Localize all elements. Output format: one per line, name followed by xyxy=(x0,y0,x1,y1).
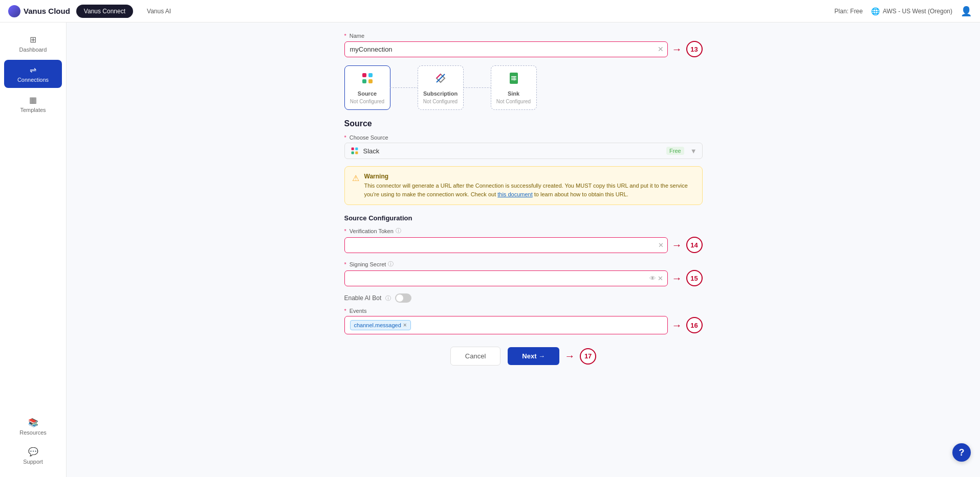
enable-ai-bot-toggle[interactable] xyxy=(395,293,411,303)
source-section-title: Source xyxy=(344,119,703,128)
sidebar-item-templates[interactable]: ▦ Templates xyxy=(4,90,62,118)
content-area: * Name ✕ → 13 xyxy=(67,22,980,477)
connections-icon: ⇌ xyxy=(30,65,36,75)
sidebar-item-support[interactable]: 💬 Support xyxy=(4,442,62,470)
verification-token-annotated-row: ✕ → 14 xyxy=(344,237,703,253)
warning-text: This connector will generate a URL after… xyxy=(364,181,695,198)
svg-rect-0 xyxy=(362,73,366,77)
dashboard-icon: ⊞ xyxy=(30,35,36,44)
events-annotated-row: channel.messaged × → 16 xyxy=(344,316,703,334)
nav-tab-connect[interactable]: Vanus Connect xyxy=(76,5,133,18)
events-field-group: * Events channel.messaged × → xyxy=(344,308,703,334)
sidebar-item-label-connections: Connections xyxy=(17,77,49,83)
next-button[interactable]: Next → xyxy=(508,347,559,365)
name-clear-icon[interactable]: ✕ xyxy=(658,45,664,53)
choose-source-group: * Choose Source Slack Free ▼ xyxy=(344,134,703,159)
nav-tab-ai[interactable]: Vanus AI xyxy=(139,5,179,18)
signing-secret-annotation-circle: 15 xyxy=(686,270,703,286)
pipeline-connector-1 xyxy=(390,87,418,88)
signing-secret-label: * Signing Secret ⓘ xyxy=(344,260,703,268)
signing-secret-arrow-icon: → xyxy=(672,272,682,284)
signing-secret-icons[interactable]: 👁 ✕ xyxy=(649,275,664,282)
events-arrow-icon: → xyxy=(672,320,682,331)
sink-card-label: Sink xyxy=(508,90,519,97)
name-annotation-circle: 13 xyxy=(686,41,703,57)
sidebar-item-label-templates: Templates xyxy=(20,107,46,113)
next-arrow-icon: → xyxy=(564,350,575,362)
warning-link[interactable]: this document xyxy=(497,191,532,197)
event-tag-close-0[interactable]: × xyxy=(403,322,407,329)
form-section: * Name ✕ → 13 xyxy=(344,33,703,376)
region-info: 🌐 AWS - US West (Oregon) xyxy=(871,7,952,15)
events-annotation: → 16 xyxy=(672,317,703,333)
source-card-label: Source xyxy=(358,90,377,97)
events-annotation-circle: 16 xyxy=(686,317,703,333)
pipeline-card-subscription[interactable]: Subscription Not Configured xyxy=(418,65,464,110)
svg-line-5 xyxy=(437,74,445,82)
main-area: ⊞ Dashboard ⇌ Connections ▦ Templates 📚 … xyxy=(0,22,980,477)
events-input[interactable] xyxy=(414,321,662,330)
name-input[interactable] xyxy=(344,41,668,57)
pipeline-card-source[interactable]: Source Not Configured xyxy=(344,65,390,110)
signing-secret-group: * Signing Secret ⓘ 👁 ✕ → 15 xyxy=(344,260,703,286)
svg-rect-3 xyxy=(368,79,373,83)
sidebar-item-connections[interactable]: ⇌ Connections xyxy=(4,60,62,88)
enable-ai-bot-label: Enable AI Bot xyxy=(344,294,382,302)
svg-rect-2 xyxy=(362,79,366,83)
signing-secret-info-icon[interactable]: ⓘ xyxy=(388,260,394,268)
slack-source-icon xyxy=(350,146,359,155)
svg-rect-11 xyxy=(351,148,354,150)
pipeline-row: Source Not Configured xyxy=(344,65,703,110)
event-tag-0: channel.messaged × xyxy=(350,320,411,330)
source-select-arrow-icon: ▼ xyxy=(690,147,697,155)
next-button-wrapper: Next → → 17 xyxy=(508,347,596,366)
cancel-button[interactable]: Cancel xyxy=(450,347,500,366)
verification-token-label: * Verification Token ⓘ xyxy=(344,227,703,235)
events-label: * Events xyxy=(344,308,703,314)
logo-text: Vanus Cloud xyxy=(24,7,70,15)
source-config-title: Source Configuration xyxy=(344,214,703,222)
source-select[interactable]: Slack Free ▼ xyxy=(344,143,703,159)
svg-rect-12 xyxy=(355,148,358,150)
source-card-status: Not Configured xyxy=(350,99,384,104)
name-input-row: ✕ xyxy=(344,41,668,57)
support-icon: 💬 xyxy=(28,447,38,457)
toggle-knob xyxy=(396,294,403,302)
source-badge: Free xyxy=(666,147,684,155)
warning-icon: ⚠ xyxy=(352,173,359,198)
source-select-value: Slack xyxy=(363,147,380,155)
sidebar-item-label-support: Support xyxy=(23,459,43,465)
pipeline-card-sink[interactable]: Sink Not Configured xyxy=(491,65,537,110)
enable-ai-bot-info-icon[interactable]: ⓘ xyxy=(385,294,391,302)
signing-secret-input[interactable] xyxy=(344,270,668,286)
events-field[interactable]: channel.messaged × xyxy=(344,316,668,334)
signing-secret-annotation: → 15 xyxy=(672,270,703,286)
warning-title: Warning xyxy=(364,173,695,180)
app-layout: Vanus Cloud Vanus Connect Vanus AI Plan:… xyxy=(0,0,980,477)
sidebar-item-dashboard[interactable]: ⊞ Dashboard xyxy=(4,30,62,58)
source-card-icon xyxy=(360,71,375,88)
sidebar-item-resources[interactable]: 📚 Resources xyxy=(4,413,62,441)
verification-token-clear-icon[interactable]: ✕ xyxy=(658,241,664,249)
signing-secret-annotated-row: 👁 ✕ → 15 xyxy=(344,270,703,286)
button-row: Cancel Next → → 17 xyxy=(344,347,703,376)
event-tag-value: channel.messaged xyxy=(354,322,401,328)
user-icon[interactable]: 👤 xyxy=(961,6,972,17)
verification-token-group: * Verification Token ⓘ ✕ → 14 xyxy=(344,227,703,253)
name-field-group: * Name ✕ → 13 xyxy=(344,33,703,57)
sink-card-icon xyxy=(507,71,521,88)
verification-token-info-icon[interactable]: ⓘ xyxy=(396,227,401,235)
warning-content: Warning This connector will generate a U… xyxy=(364,173,695,198)
resources-icon: 📚 xyxy=(28,418,38,427)
warning-box: ⚠ Warning This connector will generate a… xyxy=(344,166,703,205)
verification-token-annotation: → 14 xyxy=(672,237,703,253)
pipeline-connector-2 xyxy=(463,87,491,88)
svg-rect-13 xyxy=(351,151,354,154)
logo-icon xyxy=(8,5,20,17)
name-label: * Name xyxy=(344,33,703,39)
verification-token-input[interactable] xyxy=(344,237,668,253)
verification-token-input-wrapper: ✕ xyxy=(344,237,668,253)
name-annotated-row: ✕ → 13 xyxy=(344,41,703,57)
verification-token-arrow-icon: → xyxy=(672,239,682,251)
help-button[interactable]: ? xyxy=(952,443,971,462)
